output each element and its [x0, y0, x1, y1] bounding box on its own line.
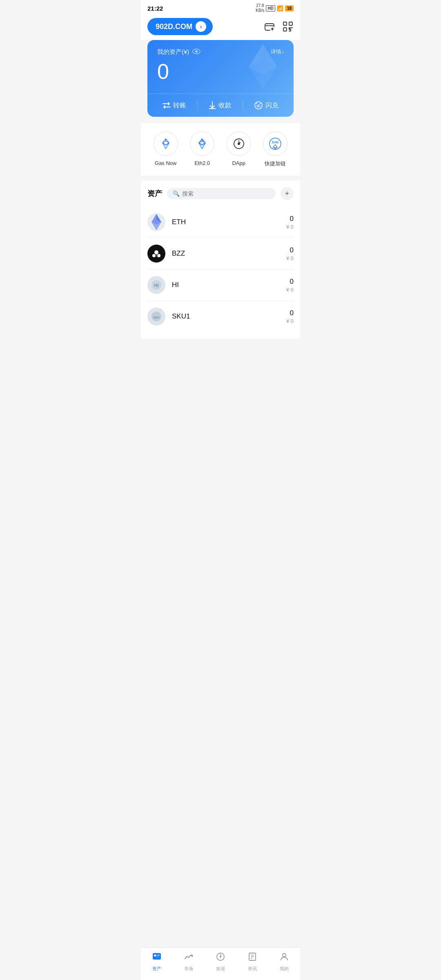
dapp-label: DApp	[232, 160, 245, 166]
flash-action[interactable]: 闪兑	[254, 100, 278, 110]
assets-header: 资产 🔍 +	[147, 187, 294, 200]
transfer-action[interactable]: 转账	[163, 100, 186, 110]
receive-action[interactable]: 收款	[209, 100, 232, 110]
brand-text: 902D.COM	[156, 22, 192, 31]
gas-now-icon-circle	[154, 131, 178, 156]
scan-icon[interactable]	[282, 21, 294, 32]
svg-marker-14	[163, 139, 166, 143]
asset-label: 我的资产(¥)	[157, 48, 200, 56]
asset-actions: 转账 收款 闪兑	[147, 94, 294, 117]
add-asset-button[interactable]: +	[281, 187, 294, 200]
svg-text:EVM: EVM	[272, 141, 278, 144]
eth2-icon	[196, 137, 209, 150]
search-icon: 🔍	[173, 190, 180, 197]
action-divider-1	[197, 100, 198, 110]
svg-point-32	[154, 250, 158, 254]
search-bar[interactable]: 🔍	[167, 188, 276, 199]
svg-rect-4	[283, 28, 287, 31]
svg-point-33	[152, 254, 156, 257]
action-divider-2	[243, 100, 243, 110]
svg-point-35	[155, 254, 158, 257]
eth-coin-name: ETH	[172, 218, 286, 226]
eth-coin-balance: 0 ¥ 0	[286, 215, 294, 230]
detail-link[interactable]: 详情 ›	[271, 48, 284, 56]
svg-marker-15	[166, 139, 169, 143]
svg-rect-2	[283, 22, 287, 25]
bzz-coin-svg	[150, 247, 163, 260]
search-input[interactable]	[182, 190, 270, 197]
bzz-coin-icon	[147, 245, 165, 263]
hi-coin-icon: HI	[147, 276, 165, 294]
asset-item-hi[interactable]: HI HI 0 ¥ 0	[147, 270, 294, 301]
sku1-coin-name: SKU1	[172, 312, 286, 321]
status-speed: 27.8 KB/s	[256, 3, 264, 13]
evm-chain-icon: EVM	[268, 137, 282, 151]
sku1-coin-icon: SKU	[147, 307, 165, 325]
eth2-icon-circle	[190, 131, 214, 156]
gas-now-label: Gas Now	[155, 160, 176, 166]
hd-badge: HD	[266, 5, 275, 11]
gas-now-icon	[159, 137, 172, 150]
svg-marker-13	[163, 143, 169, 149]
svg-point-34	[157, 254, 160, 257]
signal-icon: 📶	[277, 5, 283, 11]
bzz-coin-name: BZZ	[172, 249, 286, 258]
asset-card: 我的资产(¥) 详情 › 0 转账	[147, 40, 294, 117]
asset-item-eth[interactable]: ETH 0 ¥ 0	[147, 207, 294, 238]
svg-point-10	[195, 50, 198, 53]
wallet-add-icon[interactable]	[264, 21, 276, 32]
svg-rect-3	[289, 22, 292, 25]
status-icons: 27.8 KB/s HD 📶 18	[256, 3, 294, 13]
eth2-label: Eth2.0	[194, 160, 210, 166]
header-icons	[264, 21, 294, 32]
asset-item-sku1[interactable]: SKU SKU1 0 ¥ 0	[147, 301, 294, 332]
flash-icon	[254, 101, 263, 109]
quick-menu: Gas Now Eth2.0	[141, 123, 300, 176]
eye-icon[interactable]	[192, 49, 200, 56]
brand-pill[interactable]: 902D.COM ›	[147, 18, 213, 35]
sku1-coin-balance: 0 ¥ 0	[286, 309, 294, 324]
evm-chain-label: 快捷加链	[265, 160, 286, 167]
transfer-icon	[163, 102, 171, 109]
status-time: 21:22	[147, 5, 163, 12]
asset-item-bzz[interactable]: BZZ 0 ¥ 0	[147, 238, 294, 270]
svg-line-23	[239, 143, 241, 144]
sku1-coin-svg: SKU	[151, 311, 162, 322]
hi-coin-balance: 0 ¥ 0	[286, 278, 294, 293]
svg-text:HI: HI	[154, 283, 159, 288]
eth-coin-icon	[147, 213, 165, 231]
receive-icon	[209, 101, 216, 109]
battery-icon: 18	[285, 5, 294, 11]
hi-coin-svg: HI	[151, 279, 162, 291]
quick-item-dapp[interactable]: DApp	[227, 131, 251, 167]
dapp-icon	[232, 137, 245, 150]
assets-title: 资产	[147, 189, 162, 198]
eth-coin-svg	[151, 213, 162, 231]
status-bar: 21:22 27.8 KB/s HD 📶 18	[141, 0, 300, 15]
quick-item-gas-now[interactable]: Gas Now	[154, 131, 178, 167]
svg-text:SKU: SKU	[154, 316, 160, 319]
assets-section: 资产 🔍 + ETH 0 ¥ 0	[141, 180, 300, 339]
quick-item-evm-chain[interactable]: EVM 快捷加链	[263, 131, 287, 167]
brand-arrow: ›	[196, 21, 206, 32]
dapp-icon-circle	[227, 131, 251, 156]
hi-coin-name: HI	[172, 281, 286, 289]
bzz-coin-balance: 0 ¥ 0	[286, 246, 294, 261]
header: 902D.COM ›	[141, 15, 300, 40]
evm-chain-icon-circle: EVM	[263, 131, 287, 156]
quick-item-eth2[interactable]: Eth2.0	[190, 131, 214, 167]
